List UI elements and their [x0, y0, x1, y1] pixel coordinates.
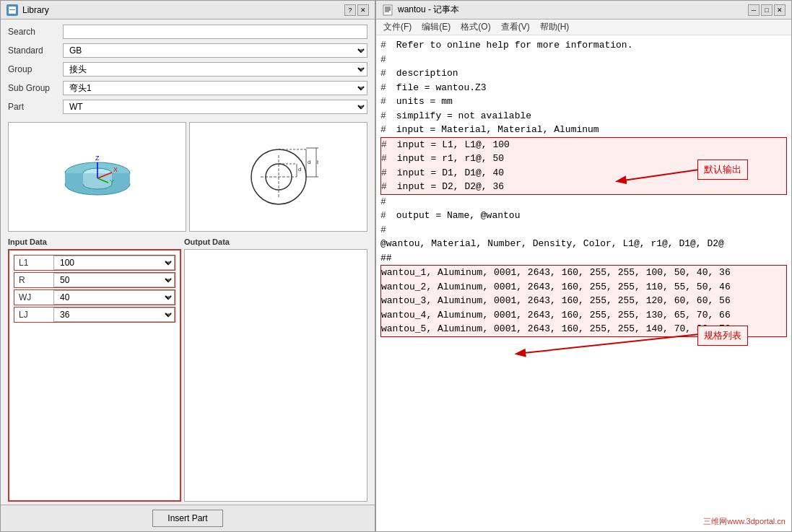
svg-text:d: d	[298, 166, 301, 173]
output-data-title: Output Data	[184, 237, 367, 246]
library-panel: Library ? ✕ Search Standard GB Group 接头	[0, 0, 375, 532]
input-data-box: L1 100 R 50	[8, 249, 181, 502]
notepad-icon	[382, 4, 393, 16]
line-5: # units = mm	[380, 95, 787, 109]
notepad-titlebar: wantou - 记事本 ─ □ ✕	[376, 1, 791, 19]
titlebar-controls: ? ✕	[344, 4, 369, 16]
line-4: # file = wantou.Z3	[380, 81, 787, 95]
notepad-titlebar-controls: ─ □ ✕	[748, 4, 786, 16]
notepad-content: # Refer to online help for more informat…	[376, 35, 791, 531]
line-16: ##	[380, 251, 787, 266]
menu-format[interactable]: 格式(O)	[456, 20, 495, 34]
param-row-l1: L1 100	[14, 255, 175, 271]
standard-select[interactable]: GB	[63, 43, 367, 58]
part-select[interactable]: WT	[63, 100, 367, 114]
line-7: # input = Material, Material, Aluminum	[380, 123, 787, 137]
svg-text:d: d	[308, 159, 310, 165]
library-icon	[6, 4, 18, 16]
line-8: # input = L1, L1@, 100	[381, 138, 786, 152]
line-6: # simplify = not available	[380, 109, 787, 123]
input-data-container: Input Data L1 100 R 50	[8, 237, 181, 502]
menu-help[interactable]: 帮助(H)	[536, 20, 574, 34]
subgroup-select[interactable]: 弯头1	[63, 81, 367, 95]
standard-select-wrapper: GB	[63, 43, 367, 58]
svg-text:X: X	[113, 166, 118, 173]
notepad-minimize-button[interactable]: ─	[748, 4, 760, 16]
line-13: # output = Name, @wantou	[380, 209, 787, 223]
group-label: Group	[8, 64, 58, 74]
param-select-l1[interactable]: 100	[53, 256, 175, 270]
param-select-wrapper-r: 50	[53, 273, 175, 287]
notepad-close-button[interactable]: ✕	[774, 4, 786, 16]
library-titlebar: Library ? ✕	[1, 1, 375, 19]
spec-line-1: wantou_1, Aluminum, 0001, 2643, 160, 255…	[381, 266, 786, 280]
output-data-container: Output Data	[184, 237, 367, 502]
subgroup-label: Sub Group	[8, 83, 58, 93]
standard-row: Standard GB	[8, 43, 367, 58]
line-11: # input = D2, D2@, 36	[381, 180, 786, 194]
spec-line-3: wantou_3, Aluminum, 0001, 2643, 160, 255…	[381, 294, 786, 308]
callout-default-output: 默认输出	[697, 160, 748, 180]
line-3: # description	[380, 66, 787, 81]
data-section: Input Data L1 100 R 50	[1, 235, 375, 505]
part-row: Part WT	[8, 99, 367, 115]
spec-line-4: wantou_4, Aluminum, 0001, 2643, 160, 255…	[381, 308, 786, 323]
line-2: #	[380, 53, 787, 67]
line-12: #	[380, 195, 787, 209]
library-title: Library	[22, 5, 49, 15]
insert-btn-area: Insert Part	[1, 505, 375, 531]
param-label-wj: WJ	[14, 291, 51, 304]
help-button[interactable]: ?	[344, 4, 356, 16]
group-row: Group 接头	[8, 61, 367, 77]
param-row-lj: LJ 36	[14, 307, 175, 323]
subgroup-select-wrapper: 弯头1	[63, 81, 367, 95]
svg-text:b: b	[317, 159, 318, 165]
param-select-r[interactable]: 50	[53, 273, 175, 287]
input-data-title: Input Data	[8, 237, 181, 246]
insert-part-button[interactable]: Insert Part	[152, 510, 222, 527]
notepad-title: wantou - 记事本	[398, 4, 459, 16]
preview-2d: d d b	[189, 122, 367, 232]
param-select-lj[interactable]: 36	[53, 308, 175, 322]
notepad-title-left: wantou - 记事本	[382, 4, 459, 16]
param-label-lj: LJ	[14, 308, 51, 321]
callout-spec-list: 规格列表	[697, 326, 748, 346]
param-row-wj: WJ 40	[14, 289, 175, 305]
watermark: 三维网www.3dportal.cn	[703, 516, 786, 527]
param-select-wj[interactable]: 40	[53, 290, 175, 305]
svg-text:Y: Y	[110, 178, 114, 186]
menu-file[interactable]: 文件(F)	[379, 20, 416, 34]
form-section: Search Standard GB Group 接头 Sub Group	[1, 19, 375, 119]
line-1: # Refer to online help for more informat…	[380, 38, 787, 53]
output-data-box	[184, 249, 367, 502]
group-select[interactable]: 接头	[63, 62, 367, 77]
param-select-wrapper-lj: 36	[53, 308, 175, 322]
part-select-wrapper: WT	[63, 100, 367, 114]
preview-area: Z X Y d d	[1, 119, 375, 235]
line-14: #	[380, 223, 787, 237]
search-row: Search	[8, 24, 367, 40]
titlebar-left: Library	[6, 4, 49, 16]
standard-label: Standard	[8, 45, 58, 56]
notepad-maximize-button[interactable]: □	[761, 4, 773, 16]
notepad-panel: wantou - 记事本 ─ □ ✕ 文件(F) 编辑(E) 格式(O) 查看(…	[375, 0, 792, 532]
search-label: Search	[8, 27, 58, 37]
notepad-menubar: 文件(F) 编辑(E) 格式(O) 查看(V) 帮助(H)	[376, 19, 791, 35]
param-label-r: R	[14, 274, 51, 287]
svg-text:Z: Z	[95, 154, 100, 162]
param-select-wrapper-wj: 40	[53, 290, 175, 305]
close-button[interactable]: ✕	[357, 4, 369, 16]
param-row-r: R 50	[14, 272, 175, 288]
part-label: Part	[8, 102, 58, 112]
param-label-l1: L1	[14, 256, 51, 269]
param-select-wrapper-l1: 100	[53, 256, 175, 270]
menu-edit[interactable]: 编辑(E)	[417, 20, 455, 34]
preview-3d: Z X Y	[8, 122, 186, 232]
menu-view[interactable]: 查看(V)	[497, 20, 534, 34]
subgroup-row: Sub Group 弯头1	[8, 80, 367, 96]
group-select-wrapper: 接头	[63, 62, 367, 77]
search-input[interactable]	[63, 25, 367, 39]
spec-line-2: wantou_2, Aluminum, 0001, 2643, 160, 255…	[381, 280, 786, 295]
line-15: @wantou, Material, Number, Density, Colo…	[380, 237, 787, 251]
svg-rect-1	[9, 9, 15, 10]
